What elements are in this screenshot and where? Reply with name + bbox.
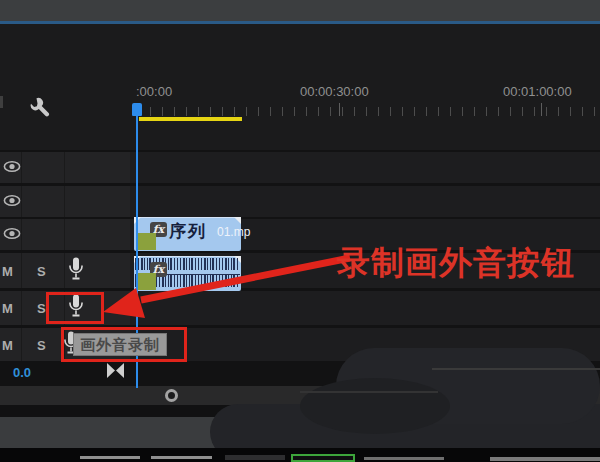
bottom-bar-item xyxy=(225,455,285,460)
ruler-timecode-end: 00:01:00:00 xyxy=(503,84,572,99)
track-gain-value[interactable]: 0.0 xyxy=(13,365,31,380)
bottom-bar-item xyxy=(364,457,444,460)
video-track-header xyxy=(0,186,130,217)
toggle-track-output-button[interactable] xyxy=(3,226,21,244)
solo-track-button[interactable]: S xyxy=(37,301,46,316)
wrench-icon xyxy=(30,95,52,119)
premiere-timeline-panel: :00:00 00:00:30:00 00:01:00:00 xyxy=(0,0,600,462)
audio-track-header: M S xyxy=(0,253,130,288)
faint-line xyxy=(300,391,438,393)
audio-clip-sequence01[interactable]: fx xyxy=(134,256,241,291)
toggle-track-output-button[interactable] xyxy=(3,193,21,211)
bottom-bar xyxy=(0,448,600,462)
clip-corner xyxy=(234,217,241,224)
video-track-v3 xyxy=(0,152,600,183)
toggle-track-output-button[interactable] xyxy=(3,159,21,177)
solo-track-button[interactable]: S xyxy=(37,337,46,352)
video-track-header xyxy=(0,219,130,250)
voiceover-record-button[interactable] xyxy=(68,256,84,285)
annotation-box-tooltip xyxy=(61,327,187,362)
work-area-bar[interactable] xyxy=(139,117,242,121)
timeline-settings-button[interactable] xyxy=(30,95,52,119)
eye-icon xyxy=(3,160,21,173)
zoom-scroll-handle[interactable] xyxy=(165,389,178,402)
faint-line xyxy=(432,368,600,370)
external-window-strip xyxy=(0,0,600,21)
clip-title-ext: 01.mp xyxy=(217,225,250,239)
clipped-tool-icon xyxy=(0,96,3,108)
video-track-v2 xyxy=(0,186,600,217)
video-track-header xyxy=(0,152,130,183)
major-tick xyxy=(541,103,542,116)
bottom-bar-item xyxy=(490,457,600,461)
mute-track-button[interactable]: M xyxy=(2,337,13,352)
keyframe-navigator-button[interactable] xyxy=(107,363,124,382)
microphone-icon xyxy=(68,256,84,281)
solo-track-button[interactable]: S xyxy=(37,263,46,278)
eye-icon xyxy=(3,227,21,240)
censored-blob xyxy=(300,378,450,434)
annotation-label: 录制画外音按钮 xyxy=(337,241,575,286)
ruler-timecode-mid: 00:00:30:00 xyxy=(300,84,369,99)
major-tick xyxy=(339,103,340,116)
video-track-lane[interactable] xyxy=(130,152,600,183)
bottom-bar-item xyxy=(151,456,212,459)
annotation-box-mic-button xyxy=(46,292,104,324)
clip-label-chip xyxy=(137,273,156,290)
panel-focus-accent xyxy=(0,21,600,24)
eye-icon xyxy=(3,194,21,207)
clip-title: 序列 xyxy=(169,220,207,243)
pinch-bowtie-icon xyxy=(107,363,124,378)
audio-track-lane[interactable] xyxy=(130,291,600,325)
ruler-timecode-start: :00:00 xyxy=(136,84,172,99)
mute-track-button[interactable]: M xyxy=(2,301,13,316)
video-clip-sequence01[interactable]: fx 序列 01.mp xyxy=(134,217,241,251)
video-track-lane[interactable] xyxy=(130,186,600,217)
clip-label-chip xyxy=(137,233,156,250)
active-app-indicator xyxy=(291,454,355,462)
bottom-bar-item xyxy=(80,456,140,459)
time-ruler[interactable] xyxy=(138,107,600,116)
playhead-handle[interactable] xyxy=(132,103,142,116)
mute-track-button[interactable]: M xyxy=(2,263,13,278)
